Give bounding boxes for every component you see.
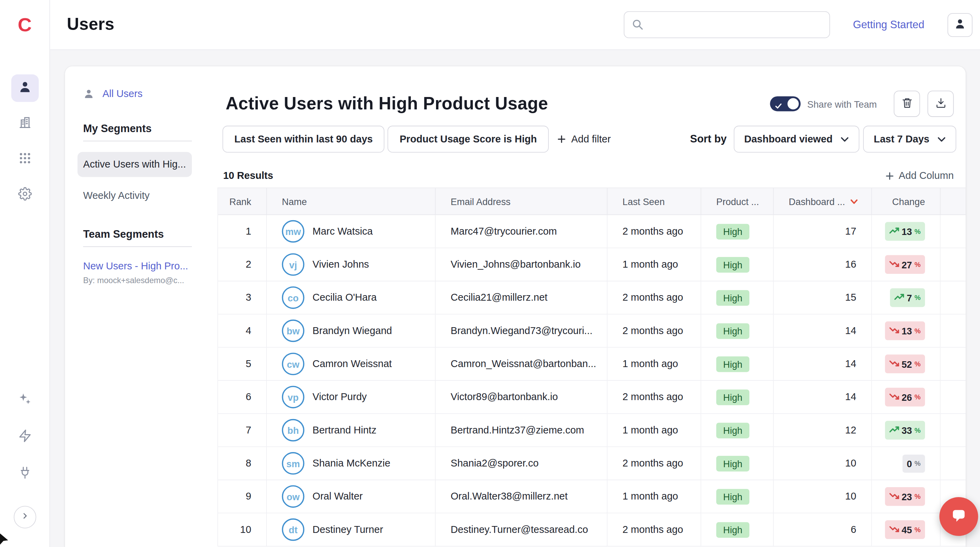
table-row[interactable]: 10dtDestiney TurnerDestiney.Turner@tessa… — [218, 513, 966, 546]
app-logo[interactable]: C — [0, 0, 49, 50]
rank-cell: 5 — [218, 348, 267, 381]
name-cell: vpVictor Purdy — [267, 381, 436, 414]
email-cell: Brandyn.Wiegand73@trycouri... — [436, 314, 608, 348]
product-usage-cell: High — [701, 314, 774, 348]
table-row[interactable]: 2vjVivien JohnsVivien_Johns@bartonbank.i… — [218, 249, 966, 281]
share-toggle[interactable] — [770, 96, 800, 112]
sort-field-dropdown[interactable]: Dashboard viewed — [733, 126, 859, 152]
empty-cell — [940, 249, 966, 281]
column-header-rank[interactable]: Rank — [218, 188, 267, 215]
sort-range-dropdown[interactable]: Last 7 Days — [863, 126, 956, 152]
sidebar-item-users[interactable] — [11, 74, 38, 102]
sidebar-item-ai[interactable] — [11, 386, 38, 414]
table-body: 1mwMarc WatsicaMarc47@trycourier.com2 mo… — [218, 215, 966, 546]
sort-by-label: Sort by — [690, 133, 727, 145]
sidebar-item-automations[interactable] — [11, 424, 38, 451]
empty-cell — [940, 314, 966, 348]
column-header-dashboard[interactable]: Dashboard ... — [774, 188, 872, 215]
team-segments-list: New Users - High Pro...By: moock+salesde… — [77, 261, 214, 285]
table-row[interactable]: 5cwCamron WeissnatCamron_Weissnat@barton… — [218, 348, 966, 381]
table-row[interactable]: 4bwBrandyn WiegandBrandyn.Wiegand73@tryc… — [218, 314, 966, 348]
segment-item[interactable]: Weekly Activity — [77, 183, 192, 209]
column-header-product[interactable]: Product ... — [701, 188, 774, 215]
product-usage-cell: High — [701, 513, 774, 546]
column-header-email-address[interactable]: Email Address — [436, 188, 608, 215]
rank-cell: 6 — [218, 381, 267, 414]
sparkles-icon — [18, 392, 32, 408]
sidebar-item-settings[interactable] — [11, 181, 38, 209]
table-row[interactable]: 8smShania McKenzieShania2@sporer.co2 mon… — [218, 447, 966, 480]
change-cell: 23% — [872, 480, 941, 513]
usage-badge: High — [716, 323, 749, 338]
all-users-item[interactable]: All Users — [83, 85, 215, 102]
dashboard-viewed-cell: 14 — [774, 314, 872, 348]
filter-chips: Last Seen within last 90 daysProduct Usa… — [223, 126, 549, 152]
export-icon — [935, 97, 947, 111]
sidebar-item-integrations[interactable] — [11, 460, 38, 488]
getting-started-link[interactable]: Getting Started — [853, 19, 924, 31]
rank-cell: 9 — [218, 480, 267, 513]
user-icon — [83, 88, 95, 99]
column-header-last-seen[interactable]: Last Seen — [608, 188, 702, 215]
lightning-icon — [18, 429, 32, 445]
chat-button[interactable] — [939, 497, 978, 536]
column-header-name[interactable]: Name — [267, 188, 436, 215]
change-badge: 23% — [885, 487, 925, 506]
search-box[interactable] — [624, 11, 830, 38]
filter-chip[interactable]: Last Seen within last 90 days — [223, 126, 385, 152]
name-cell: owOral Walter — [267, 480, 436, 513]
my-segments-list: Active Users with Hig...Weekly Activity — [77, 152, 214, 209]
delete-segment-button[interactable] — [894, 91, 920, 117]
trend-down-icon — [889, 325, 899, 336]
add-filter-button[interactable]: Add filter — [557, 134, 611, 145]
table-row[interactable]: 6vpVictor PurdyVictor89@bartonbank.io2 m… — [218, 381, 966, 414]
sidebar-item-apps[interactable] — [11, 146, 38, 174]
dashboard-viewed-cell: 14 — [774, 381, 872, 414]
name-cell: smShania McKenzie — [267, 447, 436, 480]
dashboard-viewed-cell: 10 — [774, 480, 872, 513]
team-segment-byline: By: moock+salesdemo@c... — [83, 276, 192, 285]
empty-cell — [940, 447, 966, 480]
avatar: cw — [282, 352, 304, 375]
email-cell: Destiney.Turner@tessaread.co — [436, 513, 608, 546]
empty-cell — [940, 381, 966, 414]
trend-down-icon — [889, 391, 899, 403]
change-cell: 13% — [872, 314, 941, 348]
sidebar-expand-button[interactable] — [13, 506, 36, 528]
export-button[interactable] — [928, 91, 953, 117]
search-input[interactable] — [649, 19, 821, 30]
email-cell: Marc47@trycourier.com — [436, 215, 608, 248]
table-row[interactable]: 7bhBertrand HintzBertrand.Hintz37@zieme.… — [218, 414, 966, 447]
trend-down-icon — [889, 358, 899, 370]
email-cell: Vivien_Johns@bartonbank.io — [436, 249, 608, 281]
segment-item[interactable]: Active Users with Hig... — [77, 152, 192, 177]
email-cell: Cecilia21@millerz.net — [436, 281, 608, 314]
last-seen-cell: 1 month ago — [608, 249, 702, 281]
plus-icon — [885, 172, 894, 180]
rank-cell: 8 — [218, 447, 267, 480]
plus-icon — [557, 135, 566, 144]
user-avatar-button[interactable] — [947, 13, 972, 37]
column-header-change[interactable]: Change — [872, 188, 941, 215]
add-column-button[interactable]: Add Column — [885, 170, 953, 181]
change-badge: 33% — [885, 421, 925, 440]
filter-chip[interactable]: Product Usage Score is High — [388, 126, 549, 152]
avatar: bw — [282, 320, 304, 342]
table-row[interactable]: 3coCecilia O'HaraCecilia21@millerz.net2 … — [218, 281, 966, 314]
table-row[interactable]: 1mwMarc WatsicaMarc47@trycourier.com2 mo… — [218, 215, 966, 248]
last-seen-cell: 2 months ago — [608, 215, 702, 248]
dashboard-viewed-cell: 14 — [774, 348, 872, 381]
usage-badge: High — [716, 257, 749, 272]
empty-cell — [940, 215, 966, 248]
column-header-extra[interactable] — [940, 188, 966, 215]
rank-cell: 1 — [218, 215, 267, 248]
sidebar-nav — [11, 74, 38, 217]
sidebar-item-company[interactable] — [11, 110, 38, 138]
dashboard-viewed-cell: 10 — [774, 447, 872, 480]
change-cell: 52% — [872, 348, 941, 381]
trend-down-icon — [889, 491, 899, 502]
change-cell: 7% — [872, 281, 941, 314]
usage-badge: High — [716, 223, 749, 239]
table-row[interactable]: 9owOral WalterOral.Walter38@millerz.net1… — [218, 480, 966, 513]
team-segment-item[interactable]: New Users - High Pro...By: moock+salesde… — [83, 261, 192, 285]
